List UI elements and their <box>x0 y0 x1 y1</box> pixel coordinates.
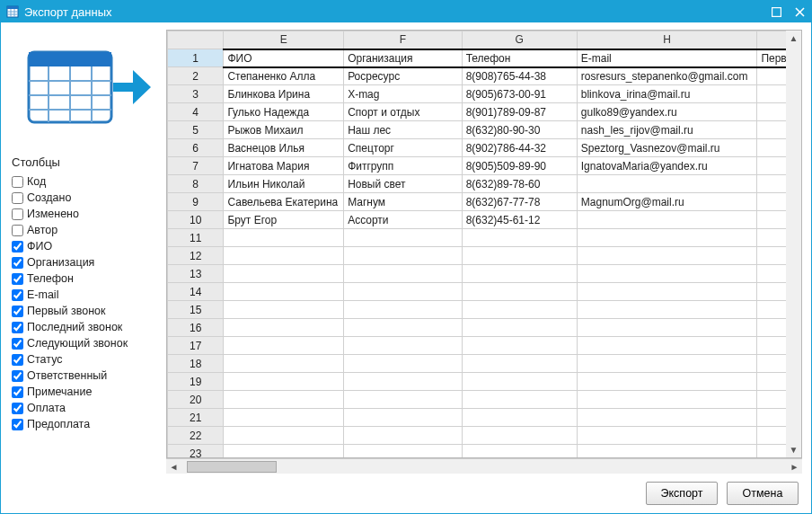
cell[interactable] <box>462 373 577 391</box>
column-checkbox[interactable] <box>12 257 23 269</box>
row-header[interactable]: 11 <box>168 229 224 247</box>
cell[interactable] <box>462 301 577 319</box>
cell[interactable] <box>224 355 344 373</box>
column-checkbox-item[interactable]: Примечание <box>12 385 166 399</box>
row-header[interactable]: 14 <box>168 283 224 301</box>
row-header[interactable]: 15 <box>168 301 224 319</box>
v-scroll-track[interactable] <box>786 46 801 442</box>
cancel-button[interactable]: Отмена <box>727 482 799 505</box>
cell[interactable] <box>344 409 463 427</box>
cell[interactable] <box>577 391 757 409</box>
cell[interactable]: 8(632)89-78-60 <box>462 175 577 193</box>
row-header[interactable]: 8 <box>168 175 224 193</box>
cell[interactable] <box>344 373 463 391</box>
cell[interactable]: 8(905)673-00-91 <box>462 85 577 103</box>
row-header[interactable]: 2 <box>168 67 224 85</box>
cell[interactable]: Гулько Надежда <box>224 103 344 121</box>
column-checkbox[interactable] <box>12 241 23 253</box>
cell[interactable]: rosresurs_stepanenko@gmail.com <box>577 67 757 85</box>
horizontal-scrollbar[interactable]: ◄ ► <box>166 458 802 474</box>
column-checkbox-item[interactable]: Статус <box>12 352 166 367</box>
row-header[interactable]: 23 <box>168 445 224 459</box>
cell[interactable]: 8(901)789-09-87 <box>462 103 577 121</box>
cell[interactable] <box>577 319 757 337</box>
column-checkbox-item[interactable]: E-mail <box>12 288 166 302</box>
cell[interactable] <box>577 301 757 319</box>
column-checkbox-item[interactable]: Первый звонок <box>12 304 166 318</box>
column-checkbox[interactable] <box>12 403 23 414</box>
cell[interactable]: nash_les_rijov@mail.ru <box>577 121 757 139</box>
column-title-cell[interactable]: ФИО <box>224 49 344 67</box>
column-header-H[interactable]: H <box>577 31 757 49</box>
cell[interactable] <box>462 445 577 459</box>
v-scroll-thumb[interactable] <box>788 46 799 442</box>
cell[interactable]: Ильин Николай <box>224 175 344 193</box>
row-header[interactable]: 6 <box>168 139 224 157</box>
cell[interactable]: Фитгрупп <box>344 157 463 175</box>
column-checkbox[interactable] <box>12 289 23 301</box>
cell[interactable] <box>224 337 344 355</box>
cell[interactable] <box>224 265 344 283</box>
cell[interactable] <box>577 355 757 373</box>
row-header[interactable]: 16 <box>168 319 224 337</box>
close-button[interactable] <box>793 5 806 18</box>
column-checkbox[interactable] <box>12 306 23 317</box>
column-checkbox[interactable] <box>12 273 23 285</box>
column-title-cell[interactable]: E-mail <box>577 49 757 67</box>
row-header[interactable]: 5 <box>168 121 224 139</box>
cell[interactable] <box>462 229 577 247</box>
row-header[interactable]: 7 <box>168 157 224 175</box>
column-checkbox[interactable] <box>12 225 23 236</box>
cell[interactable] <box>462 247 577 265</box>
cell[interactable] <box>462 355 577 373</box>
cell[interactable] <box>344 445 463 459</box>
column-checkbox-item[interactable]: Оплата <box>12 401 166 415</box>
scroll-right-arrow-icon[interactable]: ► <box>787 459 802 474</box>
cell[interactable] <box>577 265 757 283</box>
column-checkbox-item[interactable]: Последний звонок <box>12 320 166 334</box>
cell[interactable]: 8(632)45-61-12 <box>462 211 577 229</box>
column-checkbox[interactable] <box>12 208 23 220</box>
cell[interactable] <box>224 391 344 409</box>
cell[interactable]: blinkova_irina@mail.ru <box>577 85 757 103</box>
column-checkbox[interactable] <box>12 322 23 333</box>
column-checkbox-item[interactable]: Изменено <box>12 207 166 221</box>
cell[interactable] <box>577 229 757 247</box>
cell[interactable] <box>577 427 757 445</box>
cell[interactable] <box>224 319 344 337</box>
row-header[interactable]: 13 <box>168 265 224 283</box>
cell[interactable]: Новый свет <box>344 175 463 193</box>
cell[interactable] <box>224 247 344 265</box>
column-checkbox[interactable] <box>12 419 23 430</box>
column-checkbox-item[interactable]: Создано <box>12 191 166 205</box>
column-checkbox[interactable] <box>12 386 23 398</box>
h-scroll-track[interactable] <box>181 459 787 474</box>
cell[interactable] <box>224 373 344 391</box>
cell[interactable] <box>577 373 757 391</box>
cell[interactable]: Спорт и отдых <box>344 103 463 121</box>
row-header[interactable]: 9 <box>168 193 224 211</box>
row-header[interactable]: 12 <box>168 247 224 265</box>
column-checkbox-item[interactable]: ФИО <box>12 239 166 253</box>
cell[interactable] <box>224 283 344 301</box>
cell[interactable] <box>344 319 463 337</box>
cell[interactable] <box>344 355 463 373</box>
row-header[interactable]: 21 <box>168 409 224 427</box>
column-checkbox-item[interactable]: Код <box>12 174 166 189</box>
row-header[interactable]: 18 <box>168 355 224 373</box>
column-checkbox-item[interactable]: Следующий звонок <box>12 336 166 350</box>
cell[interactable] <box>462 391 577 409</box>
column-title-cell[interactable]: Телефон <box>462 49 577 67</box>
column-checkbox-item[interactable]: Телефон <box>12 271 166 286</box>
cell[interactable]: IgnatovaMaria@yandex.ru <box>577 157 757 175</box>
cell[interactable]: Наш лес <box>344 121 463 139</box>
column-checkbox[interactable] <box>12 176 23 188</box>
row-header[interactable]: 10 <box>168 211 224 229</box>
column-checkbox-item[interactable]: Ответственный <box>12 368 166 383</box>
cell[interactable]: Васнецов Илья <box>224 139 344 157</box>
cell[interactable] <box>344 427 463 445</box>
h-scroll-thumb[interactable] <box>187 461 277 473</box>
cell[interactable] <box>344 265 463 283</box>
cell[interactable] <box>344 283 463 301</box>
cell[interactable]: Ассорти <box>344 211 463 229</box>
